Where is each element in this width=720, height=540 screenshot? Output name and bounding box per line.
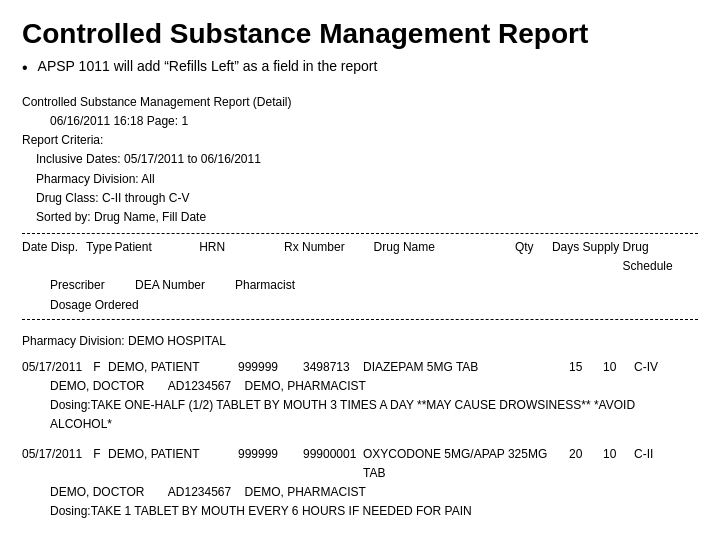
col-dosage-ordered: Dosage Ordered <box>50 296 139 315</box>
bullet-item: • APSP 1011 will add “Refills Left” as a… <box>22 58 698 79</box>
entry-hrn: 999999 <box>238 445 303 464</box>
col-prescriber: Prescriber <box>50 276 135 295</box>
bullet-text: APSP 1011 will add “Refills Left” as a f… <box>38 58 378 74</box>
entry-rx: 3498713 <box>303 358 363 377</box>
entry-drug-name: OXYCODONE 5MG/APAP 325MG TAB <box>363 445 563 483</box>
inclusive-dates: Inclusive Dates: 05/17/2011 to 06/16/201… <box>36 150 698 169</box>
divider-top <box>22 233 698 234</box>
sorted-by: Sorted by: Drug Name, Fill Date <box>36 208 698 227</box>
entry-dea: AD1234567 <box>168 485 231 499</box>
page-title: Controlled Substance Management Report <box>22 18 698 50</box>
table-row: 05/17/2011 F DEMO, PATIENT 999999 999000… <box>22 445 698 522</box>
entry-dosing-row: Dosing:TAKE 1 TABLET BY MOUTH EVERY 6 HO… <box>50 502 698 521</box>
entry-pharmacist: DEMO, PHARMACIST <box>245 485 366 499</box>
entry-schedule: C-II <box>634 445 674 464</box>
entry-dea: AD1234567 <box>168 379 231 393</box>
entry-qty: 15 <box>569 358 597 377</box>
divider-bottom <box>22 319 698 320</box>
entry-hrn: 999999 <box>238 358 303 377</box>
col-days-supply: Days Supply <box>552 238 623 276</box>
entry-prescriber: DEMO, DOCTOR <box>50 485 144 499</box>
entry-dosing: Dosing:TAKE ONE-HALF (1/2) TABLET BY MOU… <box>50 398 635 431</box>
entry-date: 05/17/2011 <box>22 445 90 464</box>
col-rx-number: Rx Number <box>284 238 374 276</box>
entry-type: F <box>90 445 108 464</box>
entry-dosing: Dosing:TAKE 1 TABLET BY MOUTH EVERY 6 HO… <box>50 504 472 518</box>
entry-schedule: C-IV <box>634 358 674 377</box>
pharmacy-division-criteria: Pharmacy Division: All <box>36 170 698 189</box>
entry-main-row: 05/17/2011 F DEMO, PATIENT 999999 349871… <box>22 358 698 377</box>
criteria-section: Inclusive Dates: 05/17/2011 to 06/16/201… <box>36 150 698 227</box>
bullet-dot: • <box>22 58 28 79</box>
entry-prescriber: DEMO, DOCTOR <box>50 379 144 393</box>
col-patient: Patient <box>114 238 199 276</box>
entry-date: 05/17/2011 <box>22 358 90 377</box>
entry-patient: DEMO, PATIENT <box>108 445 238 464</box>
entry-drug-name: DIAZEPAM 5MG TAB <box>363 358 563 377</box>
entry-prescriber-row: DEMO, DOCTOR AD1234567 DEMO, PHARMACIST <box>50 377 698 396</box>
drug-class: Drug Class: C-II through C-V <box>36 189 698 208</box>
col-pharmacist: Pharmacist <box>235 276 295 295</box>
entry-dosing-row: Dosing:TAKE ONE-HALF (1/2) TABLET BY MOU… <box>50 396 698 434</box>
col-dea-number: DEA Number <box>135 276 235 295</box>
date-page: 06/16/2011 16:18 Page: 1 <box>50 112 698 131</box>
report-header: Controlled Substance Management Report (… <box>22 93 698 227</box>
entry-main-row: 05/17/2011 F DEMO, PATIENT 999999 999000… <box>22 445 698 483</box>
entries-container: 05/17/2011 F DEMO, PATIENT 999999 349871… <box>22 358 698 522</box>
entry-qty: 20 <box>569 445 597 464</box>
col-type: Type <box>86 238 114 276</box>
col-drug-schedule: Drug Schedule <box>623 238 698 276</box>
col-drug-name: Drug Name <box>374 238 515 276</box>
entry-days: 10 <box>603 445 628 464</box>
col-qty: Qty <box>515 238 548 276</box>
detail-label: Controlled Substance Management Report (… <box>22 93 698 112</box>
entry-patient: DEMO, PATIENT <box>108 358 238 377</box>
col-hrn: HRN <box>199 238 284 276</box>
criteria-label: Report Criteria: <box>22 131 698 150</box>
entry-prescriber-row: DEMO, DOCTOR AD1234567 DEMO, PHARMACIST <box>50 483 698 502</box>
column-headers: Date Disp. Type Patient HRN Rx Number Dr… <box>22 238 698 315</box>
col-header-row2: Prescriber DEA Number Pharmacist <box>50 276 698 295</box>
table-row: 05/17/2011 F DEMO, PATIENT 999999 349871… <box>22 358 698 435</box>
pharmacy-name: Pharmacy Division: DEMO HOSPITAL <box>22 334 698 348</box>
col-date-disp: Date Disp. <box>22 238 86 276</box>
col-header-row1: Date Disp. Type Patient HRN Rx Number Dr… <box>22 238 698 276</box>
pharmacy-section: Pharmacy Division: DEMO HOSPITAL 05/17/2… <box>22 334 698 522</box>
entry-days: 10 <box>603 358 628 377</box>
entry-rx: 99900001 <box>303 445 363 464</box>
col-header-row3: Dosage Ordered <box>50 296 698 315</box>
entry-pharmacist: DEMO, PHARMACIST <box>245 379 366 393</box>
entry-type: F <box>90 358 108 377</box>
